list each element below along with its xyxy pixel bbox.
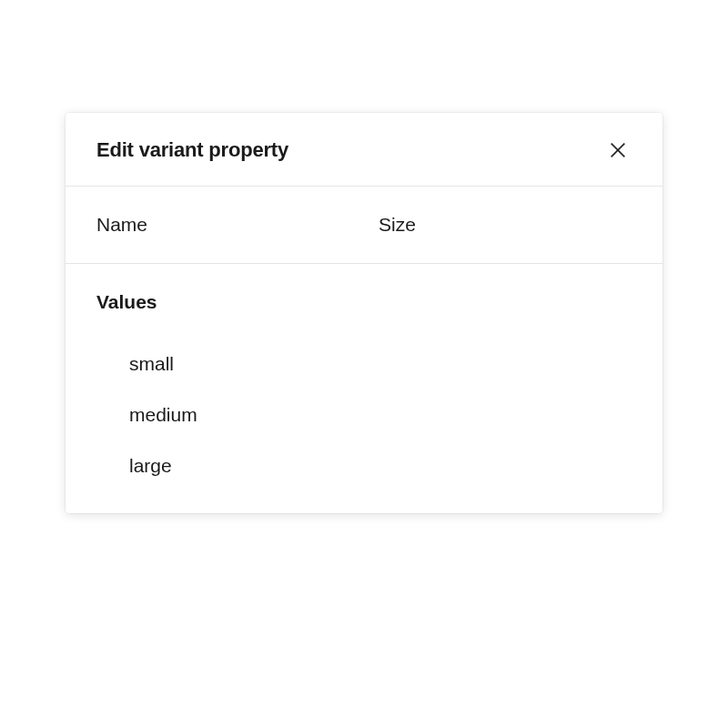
value-item[interactable]: large bbox=[96, 440, 632, 491]
modal-title: Edit variant property bbox=[96, 138, 288, 162]
values-section: Values small medium large bbox=[66, 264, 662, 513]
name-row: Name bbox=[66, 187, 662, 264]
name-input[interactable] bbox=[379, 214, 632, 236]
name-label: Name bbox=[96, 214, 379, 236]
value-item[interactable]: small bbox=[96, 339, 632, 389]
edit-variant-property-modal: Edit variant property Name Values small … bbox=[66, 113, 662, 513]
values-heading: Values bbox=[96, 291, 632, 313]
value-item[interactable]: medium bbox=[96, 389, 632, 440]
modal-header: Edit variant property bbox=[66, 113, 662, 187]
close-button[interactable] bbox=[604, 136, 632, 164]
close-icon bbox=[608, 140, 628, 160]
